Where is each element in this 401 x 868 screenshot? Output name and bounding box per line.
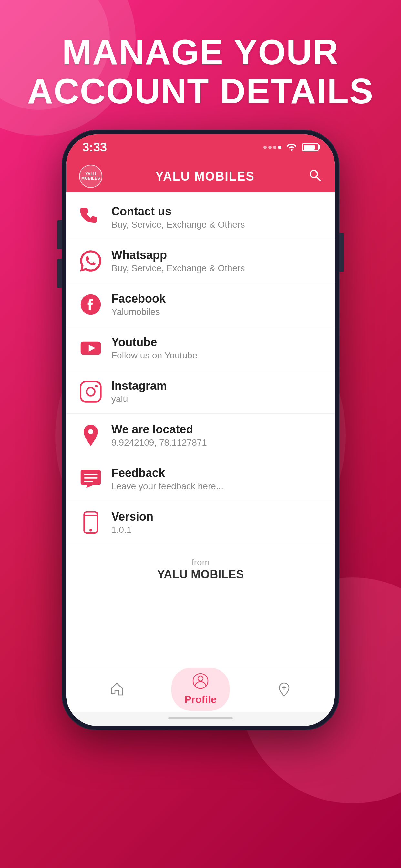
signal-dots — [264, 146, 281, 149]
svg-point-14 — [89, 529, 92, 531]
menu-title-version: Version — [112, 510, 322, 523]
menu-item-contact[interactable]: Contact us Buy, Service, Exchange & Othe… — [66, 196, 335, 239]
feedback-icon — [79, 467, 102, 491]
app-logo: YALUMOBILES — [79, 165, 102, 188]
add-location-icon — [276, 681, 292, 698]
header-text: MANAGE YOUR ACCOUNT DETAILS — [2, 32, 400, 111]
search-icon[interactable] — [308, 168, 322, 185]
home-icon — [109, 681, 125, 698]
menu-title-whatsapp: Whatsapp — [112, 248, 322, 262]
youtube-icon — [79, 337, 102, 360]
menu-subtitle-location: 9.9242109, 78.1127871 — [112, 438, 322, 448]
signal-dot-2 — [268, 146, 272, 149]
signal-dot-3 — [273, 146, 276, 149]
battery-icon — [302, 143, 319, 151]
home-indicator — [168, 717, 233, 719]
facebook-icon — [79, 293, 102, 316]
svg-line-1 — [316, 177, 320, 181]
menu-title-feedback: Feedback — [112, 466, 322, 480]
nav-item-add-location[interactable] — [276, 681, 292, 698]
phone-icon — [79, 206, 102, 229]
menu-text-youtube: Youtube Follow us on Youtube — [112, 336, 322, 361]
location-icon — [79, 424, 102, 447]
menu-text-facebook: Facebook Yalumobiles — [112, 292, 322, 317]
menu-text-version: Version 1.0.1 — [112, 510, 322, 535]
instagram-icon — [79, 380, 102, 403]
menu-item-whatsapp[interactable]: Whatsapp Buy, Service, Exchange & Others — [66, 239, 335, 283]
menu-title-instagram: Instagram — [112, 379, 322, 393]
from-brand: YALU MOBILES — [66, 568, 335, 581]
svg-rect-5 — [81, 382, 101, 402]
menu-title-location: We are located — [112, 423, 322, 436]
menu-title-facebook: Facebook — [112, 292, 322, 306]
menu-text-contact: Contact us Buy, Service, Exchange & Othe… — [112, 205, 322, 230]
menu-subtitle-contact: Buy, Service, Exchange & Others — [112, 220, 322, 230]
app-header: YALUMOBILES YALU MOBILES — [66, 160, 335, 192]
profile-label: Profile — [184, 693, 217, 706]
logo-text: YALUMOBILES — [81, 172, 100, 181]
menu-subtitle-version: 1.0.1 — [112, 525, 322, 535]
profile-icon — [192, 673, 209, 689]
menu-subtitle-whatsapp: Buy, Service, Exchange & Others — [112, 263, 322, 274]
menu-item-feedback[interactable]: Feedback Leave your feedback here... — [66, 457, 335, 501]
signal-dot-4 — [278, 146, 281, 149]
menu-item-facebook[interactable]: Facebook Yalumobiles — [66, 283, 335, 327]
menu-title-youtube: Youtube — [112, 336, 322, 349]
bottom-nav: Profile — [66, 666, 335, 712]
status-bar: 3:33 — [66, 134, 335, 160]
menu-item-instagram[interactable]: Instagram yalu — [66, 370, 335, 414]
app-title: YALU MOBILES — [155, 169, 255, 183]
menu-title-contact: Contact us — [112, 205, 322, 218]
whatsapp-icon — [79, 249, 102, 273]
svg-marker-12 — [86, 485, 93, 488]
menu-text-instagram: Instagram yalu — [112, 379, 322, 404]
menu-list: Contact us Buy, Service, Exchange & Othe… — [66, 192, 335, 666]
power-button — [339, 233, 344, 272]
menu-item-version[interactable]: Version 1.0.1 — [66, 501, 335, 545]
phone-mockup: 3:33 — [62, 130, 339, 731]
status-time: 3:33 — [82, 141, 107, 154]
menu-item-youtube[interactable]: Youtube Follow us on Youtube — [66, 327, 335, 370]
menu-text-whatsapp: Whatsapp Buy, Service, Exchange & Others — [112, 248, 322, 274]
volume-down-button — [57, 259, 62, 288]
menu-text-feedback: Feedback Leave your feedback here... — [112, 466, 322, 492]
svg-point-7 — [95, 385, 97, 388]
mobile-icon — [79, 511, 102, 534]
wifi-icon — [286, 142, 297, 153]
menu-subtitle-feedback: Leave your feedback here... — [112, 481, 322, 492]
signal-dot-1 — [264, 146, 267, 149]
menu-text-location: We are located 9.9242109, 78.1127871 — [112, 423, 322, 448]
phone-outer: 3:33 — [62, 130, 339, 731]
menu-item-location[interactable]: We are located 9.9242109, 78.1127871 — [66, 414, 335, 457]
volume-up-button — [57, 220, 62, 249]
from-section: from YALU MOBILES — [66, 545, 335, 588]
nav-item-home[interactable] — [109, 681, 125, 698]
from-label: from — [66, 557, 335, 568]
nav-item-profile[interactable]: Profile — [172, 668, 229, 711]
status-icons — [264, 142, 319, 153]
menu-subtitle-instagram: yalu — [112, 394, 322, 404]
menu-subtitle-youtube: Follow us on Youtube — [112, 350, 322, 361]
svg-point-6 — [87, 388, 95, 396]
svg-point-16 — [198, 676, 203, 681]
header-title: MANAGE YOUR ACCOUNT DETAILS — [27, 32, 374, 111]
phone-screen: 3:33 — [66, 134, 335, 726]
menu-subtitle-facebook: Yalumobiles — [112, 307, 322, 317]
